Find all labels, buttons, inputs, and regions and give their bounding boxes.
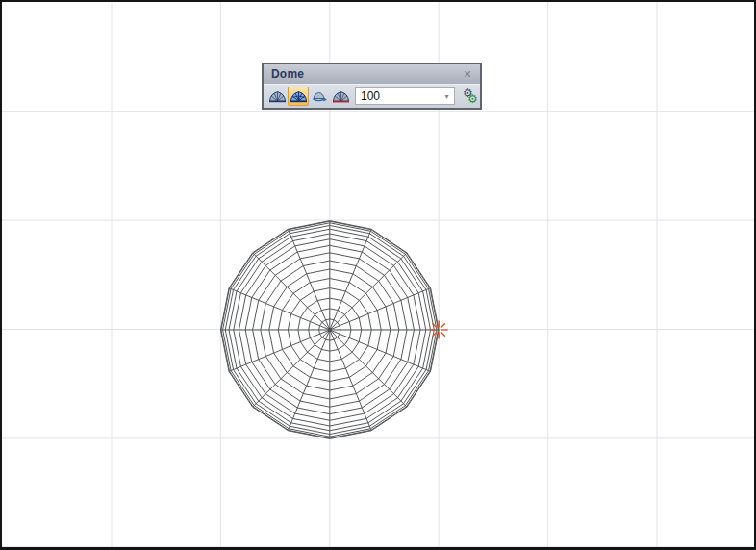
window-title: Dome [271, 67, 461, 81]
close-icon[interactable]: × [461, 67, 474, 81]
gears-icon: ⚙ [467, 92, 478, 106]
dome-toolbar-titlebar[interactable]: Dome × [264, 64, 480, 85]
dome-rotate-button[interactable] [309, 87, 330, 106]
dome-wireframe-button[interactable] [288, 87, 309, 106]
dome-solid-button[interactable] [266, 87, 288, 106]
dome-toolbar-row: ▾ ⚙ ⚙ [264, 85, 480, 108]
dome-red-base-icon [332, 89, 350, 103]
radius-combobox: ▾ [355, 88, 455, 105]
dome-base-button[interactable] [330, 87, 351, 106]
dome-solid-icon [268, 89, 287, 103]
radius-input[interactable] [356, 89, 440, 103]
dome-rotate-arrow-icon [311, 89, 329, 103]
drawing-area-window: Dome × [0, 0, 756, 550]
dome-toolbar-window: Dome × [262, 62, 482, 110]
dome-wireframe-icon [290, 89, 308, 103]
settings-button[interactable]: ⚙ ⚙ [462, 88, 481, 106]
chevron-down-icon[interactable]: ▾ [440, 88, 454, 104]
